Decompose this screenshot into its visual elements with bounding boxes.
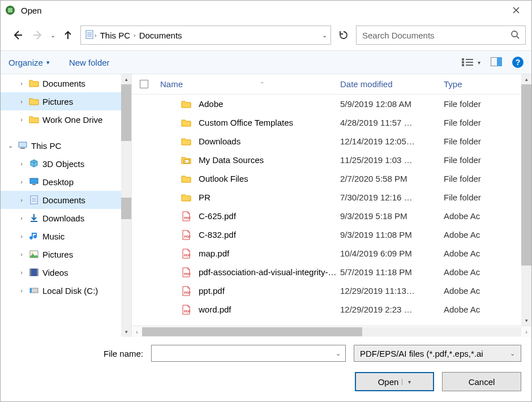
open-split-icon[interactable]: ▾: [402, 379, 411, 385]
body-area: ›Documents›Pictures›Work One Drive⌄This …: [1, 74, 531, 337]
filename-input[interactable]: ⌄: [151, 345, 346, 362]
tree-scroll-thumb-2[interactable]: [121, 198, 131, 219]
chevron-down-icon[interactable]: ⌄: [336, 350, 341, 357]
expand-caret-icon[interactable]: ›: [18, 178, 25, 185]
search-icon: [510, 30, 520, 41]
organize-label: Organize: [8, 58, 43, 67]
file-row[interactable]: PDFmap.pdf10/4/2019 6:09 PMAdobe Ac: [132, 244, 520, 263]
expand-caret-icon[interactable]: ›: [18, 116, 25, 123]
pdf-icon: PDF: [181, 211, 192, 222]
dialog-footer: File name: ⌄ PDF/EPS/AI files (*.pdf,*.e…: [1, 337, 531, 401]
tree-scroll-down[interactable]: ▾: [121, 327, 131, 337]
search-input[interactable]: Search Documents: [356, 25, 526, 45]
up-button[interactable]: [60, 27, 76, 43]
file-name: map.pdf: [199, 249, 229, 258]
tree-item[interactable]: ›Videos: [1, 263, 131, 281]
pdf-icon: PDF: [181, 285, 192, 297]
new-folder-button[interactable]: New folder: [69, 58, 110, 67]
cancel-button[interactable]: Cancel: [442, 372, 521, 391]
column-headers: Name ⌃ Date modified Type: [132, 74, 531, 95]
column-header-type[interactable]: Type: [444, 79, 520, 89]
file-row[interactable]: PDFppt.pdf12/29/2019 11:13…Adobe Ac: [132, 281, 520, 300]
tree-item[interactable]: ›Downloads: [1, 209, 131, 227]
expand-caret-icon[interactable]: ›: [18, 233, 25, 240]
back-button[interactable]: [10, 27, 25, 43]
tree-item[interactable]: ›Work One Drive: [1, 110, 131, 129]
tree-item[interactable]: ›Pictures: [1, 245, 131, 263]
file-row[interactable]: Custom Office Templates4/28/2019 11:57 ……: [132, 113, 520, 132]
tree-scroll-up[interactable]: ▴: [121, 74, 131, 84]
list-scroll-down[interactable]: ▾: [521, 315, 531, 326]
tree-item-label: 3D Objects: [42, 159, 84, 169]
file-name: pdf-association-ad-visual-integrity-20…: [199, 267, 340, 277]
column-header-name[interactable]: Name ⌃: [160, 79, 340, 89]
file-modified: 12/14/2019 12:05…: [340, 136, 444, 146]
title-bar: Open: [1, 1, 531, 20]
tree-item-label: This PC: [31, 141, 61, 151]
column-header-modified[interactable]: Date modified: [340, 79, 444, 89]
address-bar[interactable]: › This PC › Documents ⌄: [80, 25, 331, 45]
toolbar: Organize ▾ New folder ▾ ?: [1, 50, 531, 74]
tree-item[interactable]: ›Desktop: [1, 173, 131, 191]
sort-indicator-icon: ⌃: [260, 81, 264, 87]
file-row[interactable]: My Data Sources11/25/2019 1:03 …File fol…: [132, 151, 520, 169]
organize-menu[interactable]: Organize ▾: [8, 58, 50, 67]
forward-button[interactable]: [30, 27, 46, 43]
file-row[interactable]: Downloads12/14/2019 12:05…File folder: [132, 132, 520, 151]
open-button[interactable]: Open ▾: [355, 372, 434, 391]
folder-icon: [29, 114, 39, 125]
address-dropdown-icon[interactable]: ⌄: [322, 32, 327, 39]
view-options-button[interactable]: ▾: [462, 58, 480, 67]
history-dropdown-icon[interactable]: ⌄: [50, 32, 55, 39]
tree-item-label: Pictures: [42, 250, 73, 259]
expand-caret-icon[interactable]: ›: [18, 251, 25, 258]
svg-rect-28: [30, 269, 31, 276]
file-type-filter[interactable]: PDF/EPS/AI files (*.pdf,*.eps,*.ai ⌄: [354, 345, 521, 362]
select-all-checkbox[interactable]: [140, 80, 160, 88]
list-scroll-up[interactable]: ▴: [521, 74, 531, 84]
tree-scroll-thumb[interactable]: [121, 84, 131, 141]
hscroll-thumb[interactable]: [142, 327, 362, 336]
expand-caret-icon[interactable]: ›: [18, 160, 25, 167]
help-button[interactable]: ?: [512, 57, 524, 68]
file-modified: 7/30/2019 12:16 …: [340, 193, 444, 202]
preview-pane-button[interactable]: [491, 57, 502, 68]
tree-item[interactable]: ›Documents: [1, 191, 131, 209]
tree-item[interactable]: ›Local Disk (C:): [1, 281, 131, 300]
close-button[interactable]: [503, 2, 529, 19]
refresh-button[interactable]: [336, 27, 351, 43]
expand-caret-icon[interactable]: ›: [18, 287, 25, 294]
hscroll-right-icon[interactable]: ›: [521, 328, 531, 335]
pdf-icon: PDF: [181, 229, 192, 241]
tree-item[interactable]: ›Documents: [1, 74, 131, 92]
expand-caret-icon[interactable]: ›: [18, 98, 25, 105]
svg-rect-16: [19, 142, 27, 147]
file-row[interactable]: Adobe5/9/2019 12:08 AMFile folder: [132, 95, 520, 113]
expand-caret-icon[interactable]: ⌄: [6, 142, 14, 149]
breadcrumb-seg-1[interactable]: Documents: [139, 31, 182, 40]
tree-item[interactable]: ›Music: [1, 227, 131, 245]
tree-item[interactable]: ›Pictures: [1, 92, 131, 110]
list-scroll-thumb[interactable]: [521, 84, 531, 266]
hscroll-left-icon[interactable]: ‹: [132, 328, 142, 335]
file-row[interactable]: PR7/30/2019 12:16 …File folder: [132, 188, 520, 207]
horizontal-scrollbar[interactable]: ‹ ›: [132, 326, 531, 337]
documents-icon: [29, 195, 39, 205]
expand-caret-icon[interactable]: ›: [18, 215, 25, 221]
breadcrumb-seg-0[interactable]: This PC: [100, 31, 130, 40]
tree-item[interactable]: ⌄This PC: [1, 136, 131, 155]
file-row[interactable]: PDFC-625.pdf9/3/2019 5:18 PMAdobe Ac: [132, 207, 520, 225]
expand-caret-icon[interactable]: ›: [18, 80, 25, 87]
expand-caret-icon[interactable]: ›: [18, 269, 25, 276]
open-button-label: Open: [378, 377, 399, 387]
tree-item[interactable]: ›3D Objects: [1, 155, 131, 173]
file-rows: Adobe5/9/2019 12:08 AMFile folderCustom …: [132, 95, 531, 326]
file-row[interactable]: PDFC-832.pdf9/3/2019 11:08 PMAdobe Ac: [132, 225, 520, 244]
file-row[interactable]: PDFpdf-association-ad-visual-integrity-2…: [132, 263, 520, 281]
desktop-icon: [29, 177, 39, 187]
file-row[interactable]: PDFword.pdf12/29/2019 2:23 …Adobe Ac: [132, 300, 520, 319]
file-type: File folder: [444, 193, 520, 202]
expand-caret-icon[interactable]: ›: [18, 196, 25, 203]
file-row[interactable]: Outlook Files2/7/2020 5:58 PMFile folder: [132, 169, 520, 188]
tree-item-label: Music: [42, 232, 65, 241]
